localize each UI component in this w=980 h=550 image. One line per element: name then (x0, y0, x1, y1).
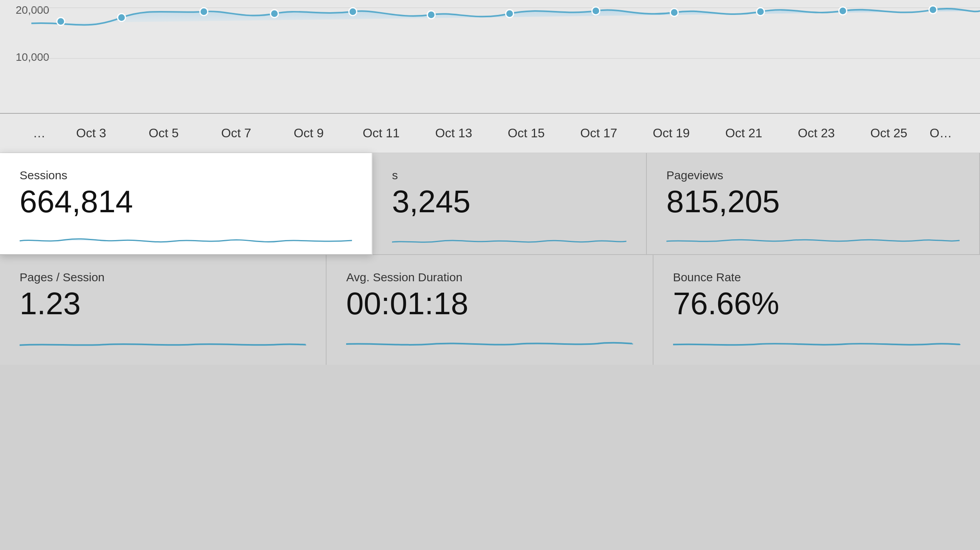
top-chart-container: 20,000 10,000 (0, 0, 980, 114)
x-label-oct11: Oct 11 (345, 126, 417, 140)
svg-point-7 (427, 11, 435, 19)
x-label-oct5: Oct 5 (127, 126, 200, 140)
avg-session-duration-card: Avg. Session Duration 00:01:18 (327, 255, 653, 365)
metrics-bottom-row: Pages / Session 1.23 Avg. Session Durati… (0, 255, 980, 365)
sessions-sparkline (20, 223, 352, 255)
pages-session-sparkline (20, 325, 306, 357)
sessions-label: Sessions (20, 169, 352, 182)
pageviews-card: Pageviews 815,205 (647, 153, 980, 255)
pages-per-session-label: Pages / Session (20, 271, 306, 284)
svg-point-13 (929, 6, 937, 14)
pageviews-value: 815,205 (666, 186, 960, 217)
x-label-oct9: Oct 9 (272, 126, 345, 140)
avg-session-duration-label: Avg. Session Duration (346, 271, 633, 284)
bounce-rate-sparkline (673, 325, 960, 357)
partial-metric-value: 3,245 (392, 186, 626, 217)
x-label-oct25: Oct 25 (853, 126, 925, 140)
sessions-value: 664,814 (20, 186, 352, 217)
bounce-rate-card: Bounce Rate 76.66% (653, 255, 980, 365)
x-label-oct13: Oct 13 (417, 126, 490, 140)
partial-metric-card: s 3,245 (372, 153, 647, 255)
x-label-oct21: Oct 21 (708, 126, 780, 140)
metrics-top-row: Sessions 664,814 s 3,245 (0, 153, 980, 255)
x-label-oct15: Oct 15 (490, 126, 563, 140)
avg-duration-sparkline (346, 325, 633, 357)
svg-point-8 (506, 10, 514, 18)
svg-point-6 (349, 8, 357, 16)
svg-point-4 (200, 8, 208, 16)
x-axis-labels: … Oct 3 Oct 5 Oct 7 Oct 9 Oct 11 Oct 13 … (0, 114, 980, 153)
sessions-card: Sessions 664,814 (0, 153, 372, 255)
main-line-chart (0, 0, 980, 113)
pages-per-session-card: Pages / Session 1.23 (0, 255, 327, 365)
svg-point-5 (270, 10, 278, 18)
svg-point-9 (592, 7, 600, 15)
x-label-oct3: Oct 3 (55, 126, 127, 140)
pageviews-sparkline (666, 223, 960, 255)
svg-point-3 (118, 14, 125, 22)
pageviews-label: Pageviews (666, 169, 960, 182)
svg-point-10 (670, 9, 678, 16)
svg-point-2 (57, 18, 65, 25)
bounce-rate-value: 76.66% (673, 288, 960, 319)
x-label-ellipsis: … (24, 126, 55, 140)
avg-session-duration-value: 00:01:18 (346, 288, 633, 319)
pages-per-session-value: 1.23 (20, 288, 306, 319)
x-label-oct17: Oct 17 (563, 126, 635, 140)
x-label-oct19: Oct 19 (635, 126, 708, 140)
svg-point-11 (757, 8, 764, 16)
x-label-oct7: Oct 7 (200, 126, 272, 140)
partial-metric-label: s (392, 169, 626, 182)
bounce-rate-label: Bounce Rate (673, 271, 960, 284)
partial-sparkline (392, 223, 626, 255)
x-label-oct23: Oct 23 (780, 126, 853, 140)
x-label-end: O… (925, 126, 956, 140)
svg-point-12 (839, 7, 847, 15)
